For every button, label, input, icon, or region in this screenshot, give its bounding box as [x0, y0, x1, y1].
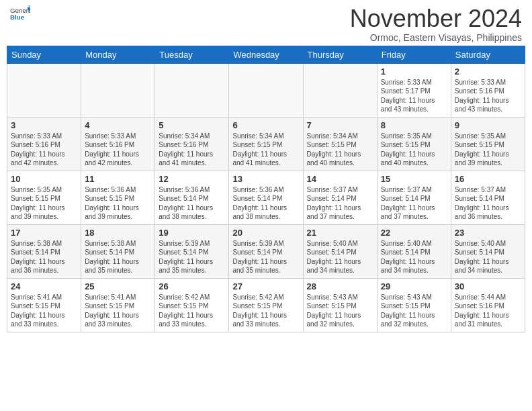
day-number: 7 — [307, 120, 373, 130]
day-number: 25 — [85, 281, 151, 291]
day-number: 26 — [159, 281, 225, 291]
day-number: 6 — [232, 120, 299, 130]
calendar-cell: 22Sunrise: 5:40 AM Sunset: 5:14 PM Dayli… — [377, 224, 451, 278]
day-number: 17 — [11, 228, 77, 238]
calendar-cell — [81, 63, 155, 117]
day-number: 1 — [381, 66, 447, 77]
calendar-cell: 11Sunrise: 5:36 AM Sunset: 5:15 PM Dayli… — [81, 171, 155, 224]
calendar-cell: 12Sunrise: 5:36 AM Sunset: 5:14 PM Dayli… — [155, 171, 229, 224]
day-info: Sunrise: 5:41 AM Sunset: 5:15 PM Dayligh… — [11, 293, 77, 329]
day-info: Sunrise: 5:44 AM Sunset: 5:16 PM Dayligh… — [455, 293, 521, 329]
calendar-cell: 29Sunrise: 5:43 AM Sunset: 5:15 PM Dayli… — [377, 278, 451, 332]
day-info: Sunrise: 5:34 AM Sunset: 5:16 PM Dayligh… — [159, 132, 225, 168]
calendar-cell: 30Sunrise: 5:44 AM Sunset: 5:16 PM Dayli… — [451, 278, 525, 332]
day-info: Sunrise: 5:36 AM Sunset: 5:14 PM Dayligh… — [232, 185, 299, 222]
calendar-header-thursday: Thursday — [303, 46, 377, 63]
title-block: November 2024 Ormoc, Eastern Visayas, Ph… — [350, 5, 522, 43]
calendar-cell: 18Sunrise: 5:38 AM Sunset: 5:14 PM Dayli… — [81, 224, 155, 278]
calendar-week-row: 24Sunrise: 5:41 AM Sunset: 5:15 PM Dayli… — [7, 278, 525, 332]
calendar-cell: 1Sunrise: 5:33 AM Sunset: 5:17 PM Daylig… — [377, 63, 451, 117]
calendar-table: SundayMondayTuesdayWednesdayThursdayFrid… — [7, 46, 525, 332]
day-number: 10 — [11, 174, 77, 184]
calendar-cell: 16Sunrise: 5:37 AM Sunset: 5:14 PM Dayli… — [451, 171, 525, 224]
svg-text:Blue: Blue — [10, 13, 25, 21]
day-info: Sunrise: 5:37 AM Sunset: 5:14 PM Dayligh… — [455, 185, 521, 222]
day-number: 12 — [159, 174, 225, 184]
calendar-cell: 3Sunrise: 5:33 AM Sunset: 5:16 PM Daylig… — [7, 117, 81, 171]
day-info: Sunrise: 5:37 AM Sunset: 5:14 PM Dayligh… — [307, 185, 373, 222]
day-number: 16 — [455, 174, 521, 184]
logo: General Blue — [10, 5, 30, 21]
calendar-cell: 10Sunrise: 5:35 AM Sunset: 5:15 PM Dayli… — [7, 171, 81, 224]
day-number: 13 — [232, 174, 299, 184]
calendar-cell — [155, 63, 229, 117]
calendar-header-sunday: Sunday — [7, 46, 81, 63]
calendar-cell: 24Sunrise: 5:41 AM Sunset: 5:15 PM Dayli… — [7, 278, 81, 332]
day-number: 21 — [307, 228, 373, 238]
day-info: Sunrise: 5:39 AM Sunset: 5:14 PM Dayligh… — [159, 239, 225, 275]
day-number: 18 — [85, 228, 151, 238]
calendar-header-friday: Friday — [377, 46, 451, 63]
day-info: Sunrise: 5:43 AM Sunset: 5:15 PM Dayligh… — [381, 293, 447, 329]
calendar-cell: 4Sunrise: 5:33 AM Sunset: 5:16 PM Daylig… — [81, 117, 155, 171]
day-number: 22 — [381, 228, 447, 238]
day-number: 24 — [11, 281, 77, 291]
day-info: Sunrise: 5:40 AM Sunset: 5:14 PM Dayligh… — [455, 239, 521, 275]
calendar-cell: 25Sunrise: 5:41 AM Sunset: 5:15 PM Dayli… — [81, 278, 155, 332]
calendar-cell: 15Sunrise: 5:37 AM Sunset: 5:14 PM Dayli… — [377, 171, 451, 224]
day-number: 5 — [159, 120, 225, 130]
month-title: November 2024 — [350, 5, 522, 32]
calendar-wrapper: SundayMondayTuesdayWednesdayThursdayFrid… — [0, 46, 532, 339]
calendar-cell: 8Sunrise: 5:35 AM Sunset: 5:15 PM Daylig… — [377, 117, 451, 171]
day-info: Sunrise: 5:38 AM Sunset: 5:14 PM Dayligh… — [85, 239, 151, 275]
day-info: Sunrise: 5:34 AM Sunset: 5:15 PM Dayligh… — [232, 132, 299, 168]
calendar-cell: 21Sunrise: 5:40 AM Sunset: 5:14 PM Dayli… — [303, 224, 377, 278]
day-number: 28 — [307, 281, 373, 291]
calendar-cell: 6Sunrise: 5:34 AM Sunset: 5:15 PM Daylig… — [229, 117, 303, 171]
day-number: 14 — [307, 174, 373, 184]
day-info: Sunrise: 5:43 AM Sunset: 5:15 PM Dayligh… — [307, 293, 373, 329]
day-info: Sunrise: 5:35 AM Sunset: 5:15 PM Dayligh… — [11, 185, 77, 222]
day-info: Sunrise: 5:36 AM Sunset: 5:15 PM Dayligh… — [85, 185, 151, 222]
calendar-header-row: SundayMondayTuesdayWednesdayThursdayFrid… — [7, 46, 525, 63]
calendar-header-monday: Monday — [81, 46, 155, 63]
day-number: 9 — [455, 120, 521, 130]
svg-text:General: General — [10, 7, 30, 14]
day-number: 11 — [85, 174, 151, 184]
day-info: Sunrise: 5:35 AM Sunset: 5:15 PM Dayligh… — [455, 132, 521, 168]
calendar-cell: 20Sunrise: 5:39 AM Sunset: 5:14 PM Dayli… — [229, 224, 303, 278]
calendar-week-row: 1Sunrise: 5:33 AM Sunset: 5:17 PM Daylig… — [7, 63, 525, 117]
calendar-cell: 27Sunrise: 5:42 AM Sunset: 5:15 PM Dayli… — [229, 278, 303, 332]
day-info: Sunrise: 5:33 AM Sunset: 5:16 PM Dayligh… — [455, 78, 521, 114]
day-info: Sunrise: 5:36 AM Sunset: 5:14 PM Dayligh… — [159, 185, 225, 222]
location-subtitle: Ormoc, Eastern Visayas, Philippines — [350, 32, 522, 43]
calendar-header-tuesday: Tuesday — [155, 46, 229, 63]
day-info: Sunrise: 5:38 AM Sunset: 5:14 PM Dayligh… — [11, 239, 77, 275]
calendar-cell: 19Sunrise: 5:39 AM Sunset: 5:14 PM Dayli… — [155, 224, 229, 278]
calendar-cell: 17Sunrise: 5:38 AM Sunset: 5:14 PM Dayli… — [7, 224, 81, 278]
day-info: Sunrise: 5:33 AM Sunset: 5:16 PM Dayligh… — [85, 132, 151, 168]
day-info: Sunrise: 5:42 AM Sunset: 5:15 PM Dayligh… — [232, 293, 299, 329]
day-number: 2 — [455, 66, 521, 77]
day-number: 15 — [381, 174, 447, 184]
day-info: Sunrise: 5:33 AM Sunset: 5:16 PM Dayligh… — [11, 132, 77, 168]
day-info: Sunrise: 5:39 AM Sunset: 5:14 PM Dayligh… — [232, 239, 299, 275]
calendar-cell: 9Sunrise: 5:35 AM Sunset: 5:15 PM Daylig… — [451, 117, 525, 171]
day-info: Sunrise: 5:42 AM Sunset: 5:15 PM Dayligh… — [159, 293, 225, 329]
day-number: 19 — [159, 228, 225, 238]
day-info: Sunrise: 5:37 AM Sunset: 5:14 PM Dayligh… — [381, 185, 447, 222]
day-info: Sunrise: 5:33 AM Sunset: 5:17 PM Dayligh… — [381, 78, 447, 114]
day-number: 4 — [85, 120, 151, 130]
calendar-cell — [229, 63, 303, 117]
calendar-cell: 23Sunrise: 5:40 AM Sunset: 5:14 PM Dayli… — [451, 224, 525, 278]
calendar-week-row: 17Sunrise: 5:38 AM Sunset: 5:14 PM Dayli… — [7, 224, 525, 278]
day-info: Sunrise: 5:41 AM Sunset: 5:15 PM Dayligh… — [85, 293, 151, 329]
calendar-cell: 28Sunrise: 5:43 AM Sunset: 5:15 PM Dayli… — [303, 278, 377, 332]
calendar-cell: 7Sunrise: 5:34 AM Sunset: 5:15 PM Daylig… — [303, 117, 377, 171]
day-number: 30 — [455, 281, 521, 291]
calendar-cell — [303, 63, 377, 117]
day-info: Sunrise: 5:40 AM Sunset: 5:14 PM Dayligh… — [307, 239, 373, 275]
day-number: 3 — [11, 120, 77, 130]
calendar-cell — [7, 63, 81, 117]
day-number: 29 — [381, 281, 447, 291]
